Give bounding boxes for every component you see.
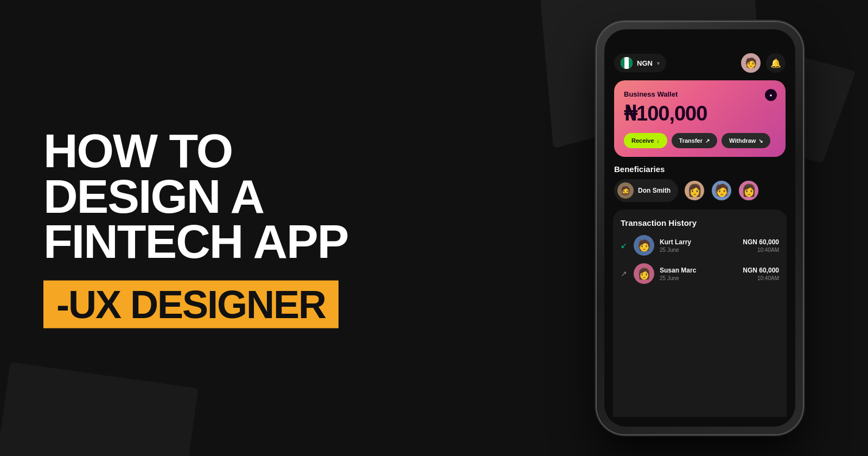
currency-code: NGN [637, 59, 653, 67]
tx-right-1: NGN 60,000 10:40AM [743, 238, 779, 253]
wallet-label: Business Wallet [624, 90, 776, 98]
subtitle-text: -UX DESIGNER [56, 282, 326, 326]
beneficiary-2-face: 👩 [685, 181, 704, 200]
don-smith-avatar: 🧔 [617, 182, 634, 199]
transactions-title: Transaction History [621, 218, 779, 227]
susan-marc-amount: NGN 60,000 [743, 267, 779, 274]
phone-notch [667, 29, 732, 45]
beneficiary-4-avatar[interactable]: 👩 [738, 180, 760, 201]
tx-right-2: NGN 60,000 10:40AM [743, 267, 779, 281]
bell-icon: 🔔 [770, 58, 781, 68]
title-line1: HOW TO DESIGN A [43, 124, 264, 223]
transfer-button[interactable]: Transfer ↗ [672, 133, 717, 148]
transaction-susan-marc[interactable]: ↗ 👩 Susan Marc 25 June NGN 60,000 10: [621, 263, 779, 284]
outgoing-arrow-icon: ↗ [621, 269, 627, 278]
susan-marc-date: 25 June [660, 275, 696, 281]
kurt-larry-time: 10:40AM [743, 247, 779, 253]
subtitle-banner: -UX DESIGNER [43, 280, 339, 328]
phone-screen: NGN ▾ 🧑 🔔 Business Wallet [604, 29, 795, 427]
currency-selector[interactable]: NGN ▾ [614, 54, 666, 72]
receive-button[interactable]: Receive ↓ [624, 133, 667, 148]
user-avatar-face: 🧑 [741, 53, 761, 73]
notification-bell-button[interactable]: 🔔 [766, 53, 786, 73]
top-right-icons: 🧑 🔔 [741, 53, 786, 73]
top-bar: NGN ▾ 🧑 🔔 [614, 51, 786, 73]
tx-left-2: ↗ 👩 Susan Marc 25 June [621, 263, 696, 284]
user-avatar[interactable]: 🧑 [741, 53, 761, 73]
susan-marc-avatar: 👩 [634, 263, 654, 284]
don-smith-avatar-face: 🧔 [617, 182, 634, 199]
eye-icon[interactable]: ● [765, 89, 777, 101]
don-smith-name: Don Smith [638, 187, 671, 194]
screen-content: NGN ▾ 🧑 🔔 Business Wallet [604, 29, 795, 427]
receive-label: Receive [631, 137, 654, 144]
title-line2: FINTECH APP [43, 214, 348, 268]
wallet-actions: Receive ↓ Transfer ↗ Withdraw ↘ [624, 133, 776, 148]
beneficiary-2-avatar[interactable]: 👩 [684, 180, 705, 201]
kurt-larry-face: 🧑 [634, 235, 654, 256]
beneficiary-3-face: 🧑 [712, 181, 731, 200]
susan-marc-face: 👩 [634, 263, 654, 284]
beneficiary-3-avatar[interactable]: 🧑 [711, 180, 732, 201]
left-content-area: HOW TO DESIGN A FINTECH APP -UX DESIGNER [43, 128, 358, 328]
kurt-larry-name: Kurt Larry [660, 238, 691, 246]
phone-mockup: NGN ▾ 🧑 🔔 Business Wallet [597, 22, 803, 434]
phone-shell: NGN ▾ 🧑 🔔 Business Wallet [597, 22, 803, 434]
susan-marc-name: Susan Marc [660, 267, 696, 274]
chevron-down-icon: ▾ [657, 60, 660, 66]
withdraw-label: Withdraw [729, 137, 756, 144]
withdraw-button[interactable]: Withdraw ↘ [722, 133, 770, 148]
wallet-amount: ₦100,000 [624, 102, 776, 125]
incoming-arrow-icon: ↙ [621, 241, 627, 250]
susan-marc-time: 10:40AM [743, 275, 779, 281]
kurt-larry-date: 25 June [660, 247, 691, 253]
withdraw-icon: ↘ [758, 138, 763, 144]
tx-left-1: ↙ 🧑 Kurt Larry 25 June [621, 235, 691, 256]
transactions-section: Transaction History ↙ 🧑 Kurt Larry 25 Ju… [613, 210, 787, 417]
beneficiary-don-smith[interactable]: 🧔 Don Smith [614, 179, 678, 202]
beneficiaries-title: Beneficiaries [614, 164, 786, 174]
transfer-icon: ↗ [705, 138, 710, 144]
receive-icon: ↓ [657, 138, 660, 144]
kurt-larry-avatar: 🧑 [634, 235, 654, 256]
kurt-larry-amount: NGN 60,000 [743, 238, 779, 246]
wallet-card: Business Wallet ● ₦100,000 Receive ↓ Tra… [614, 80, 786, 157]
nigeria-flag-icon [621, 57, 633, 69]
tx-info-2: Susan Marc 25 June [660, 267, 696, 281]
beneficiaries-row: 🧔 Don Smith 👩 🧑 👩 [614, 179, 786, 202]
beneficiary-4-face: 👩 [739, 181, 758, 200]
transfer-label: Transfer [679, 137, 703, 144]
transaction-kurt-larry[interactable]: ↙ 🧑 Kurt Larry 25 June NGN 60,000 10: [621, 235, 779, 256]
main-title: HOW TO DESIGN A FINTECH APP [43, 128, 358, 264]
beneficiaries-section: Beneficiaries 🧔 Don Smith 👩 [614, 164, 786, 202]
tx-info-1: Kurt Larry 25 June [660, 238, 691, 253]
